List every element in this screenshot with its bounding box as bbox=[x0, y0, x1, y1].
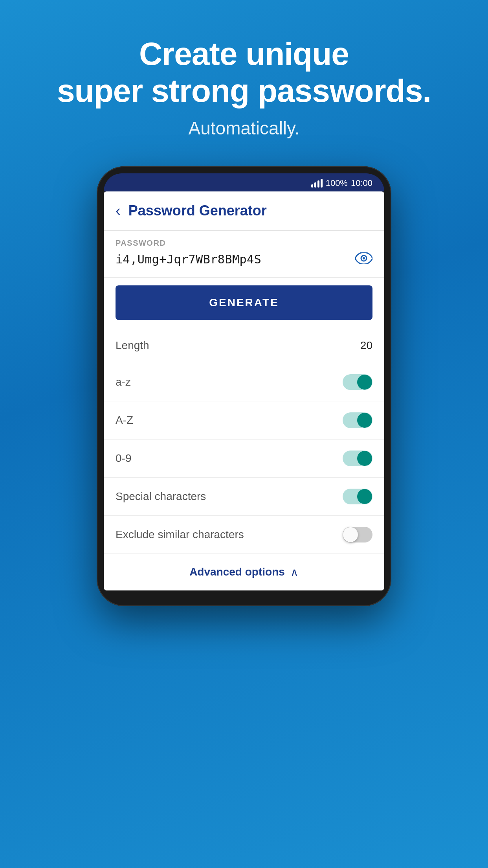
zero9-toggle[interactable] bbox=[343, 451, 372, 466]
time-text: 10:00 bbox=[351, 178, 372, 188]
hero-title: Create unique super strong passwords. bbox=[0, 35, 488, 110]
special-row: Special characters bbox=[104, 478, 384, 516]
phone-outer: 100% 10:00 ‹ Password Generator PASSWORD… bbox=[97, 166, 391, 606]
special-toggle[interactable] bbox=[343, 489, 372, 504]
chevron-up-icon: ∧ bbox=[290, 566, 299, 579]
length-value: 20 bbox=[360, 339, 372, 352]
exclude-label: Exclude similar characters bbox=[116, 528, 244, 541]
az-row: a-z bbox=[104, 363, 384, 401]
advanced-section[interactable]: Advanced options ∧ bbox=[104, 554, 384, 590]
signal-icon bbox=[311, 179, 323, 188]
password-section: PASSWORD i4,Umg+Jqr7WBr8BMp4S bbox=[104, 231, 384, 278]
az-toggle[interactable] bbox=[343, 374, 372, 390]
advanced-label: Advanced options bbox=[189, 566, 285, 578]
hero-section: Create unique super strong passwords. Au… bbox=[0, 0, 488, 154]
hero-subtitle: Automatically. bbox=[0, 118, 488, 139]
status-bar: 100% 10:00 bbox=[104, 173, 384, 191]
length-row: Length 20 bbox=[104, 328, 384, 363]
length-label: Length bbox=[116, 339, 149, 352]
battery-text: 100% bbox=[326, 178, 348, 188]
password-value: i4,Umg+Jqr7WBr8BMp4S bbox=[116, 252, 261, 266]
exclude-toggle[interactable] bbox=[343, 527, 372, 542]
zero9-label: 0-9 bbox=[116, 452, 131, 465]
eye-icon[interactable] bbox=[355, 251, 372, 268]
app-bar: ‹ Password Generator bbox=[104, 191, 384, 231]
special-label: Special characters bbox=[116, 490, 206, 503]
az-label: a-z bbox=[116, 376, 131, 388]
password-row: i4,Umg+Jqr7WBr8BMp4S bbox=[116, 251, 372, 268]
generate-section: GENERATE bbox=[104, 278, 384, 328]
AZ-label: A-Z bbox=[116, 414, 133, 427]
generate-button[interactable]: GENERATE bbox=[116, 285, 372, 320]
AZ-row: A-Z bbox=[104, 401, 384, 440]
exclude-row: Exclude similar characters bbox=[104, 516, 384, 554]
AZ-toggle[interactable] bbox=[343, 412, 372, 428]
password-label: PASSWORD bbox=[116, 239, 372, 248]
svg-point-1 bbox=[363, 257, 365, 259]
back-button[interactable]: ‹ bbox=[116, 202, 121, 219]
app-bar-title: Password Generator bbox=[128, 202, 267, 219]
phone-mockup: 100% 10:00 ‹ Password Generator PASSWORD… bbox=[0, 166, 488, 606]
phone-screen: ‹ Password Generator PASSWORD i4,Umg+Jqr… bbox=[104, 191, 384, 590]
zero9-row: 0-9 bbox=[104, 440, 384, 478]
